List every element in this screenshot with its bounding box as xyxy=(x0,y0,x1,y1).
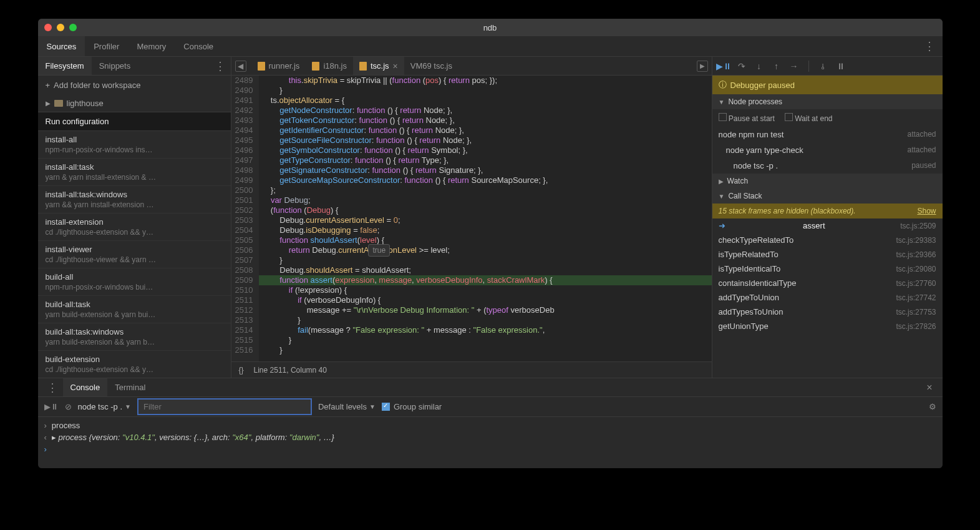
stack-frame[interactable]: addTypesToUniontsc.js:27753 xyxy=(712,305,943,319)
run-config-header: Run configuration xyxy=(38,112,231,131)
left-tab-filesystem[interactable]: Filesystem xyxy=(38,57,92,75)
debugger-paused-banner: ⓘ Debugger paused xyxy=(712,76,943,94)
config-item[interactable]: install-viewercd ./lighthouse-viewer && … xyxy=(38,241,231,268)
process-item[interactable]: node yarn type-checkattached xyxy=(712,142,943,158)
main-tabs-more-icon[interactable]: ⋮ xyxy=(916,39,943,53)
bottom-tabs-more-icon[interactable]: ⋮ xyxy=(42,381,63,395)
deactivate-breakpoints-icon[interactable]: ⫰ xyxy=(818,61,829,72)
left-tabs-more-icon[interactable]: ⋮ xyxy=(210,59,231,73)
editor-tab[interactable]: runner.js xyxy=(251,57,306,75)
bottom-tab-terminal[interactable]: Terminal xyxy=(107,378,153,396)
console-line: ‹▸ process {version: "v10.4.1", versions… xyxy=(44,433,936,442)
process-item[interactable]: node tsc -p .paused xyxy=(712,158,943,174)
log-levels-dropdown[interactable]: Default levels ▼ xyxy=(318,402,376,411)
bottom-tab-console[interactable]: Console xyxy=(63,378,108,396)
config-item[interactable]: build-all:taskyarn build-extension & yar… xyxy=(38,296,231,323)
console-sidebar-icon[interactable]: ▶⏸ xyxy=(44,402,59,411)
paused-text: Debugger paused xyxy=(730,81,795,90)
chevron-down-icon: ▼ xyxy=(719,193,725,200)
show-blackboxed-link[interactable]: Show xyxy=(917,207,936,215)
step-over-icon[interactable]: ↷ xyxy=(736,61,747,72)
info-icon: ⓘ xyxy=(719,79,727,91)
stack-frame[interactable]: addTypeToUniontsc.js:27742 xyxy=(712,290,943,305)
resume-icon[interactable]: ▶⏸ xyxy=(719,61,730,72)
clear-console-icon[interactable]: ⊘ xyxy=(65,402,72,411)
console-settings-icon[interactable]: ⚙ xyxy=(929,402,936,411)
config-item[interactable]: install-all:task:windowsyarn && yarn ins… xyxy=(38,186,231,213)
console-line: ›process xyxy=(44,421,936,430)
pause-at-start-checkbox[interactable]: Pause at start xyxy=(719,113,775,123)
left-tab-snippets[interactable]: Snippets xyxy=(92,57,138,75)
config-item[interactable]: build-allnpm-run-posix-or-windows bui… xyxy=(38,268,231,296)
main-tab-memory[interactable]: Memory xyxy=(128,36,175,56)
blackbox-banner: 15 stack frames are hidden (blackboxed).… xyxy=(712,204,943,218)
step-into-icon[interactable]: ↓ xyxy=(754,61,765,72)
editor-tab[interactable]: VM69 tsc.js xyxy=(404,57,458,75)
wait-at-end-checkbox[interactable]: Wait at end xyxy=(785,113,833,123)
cursor-position: Line 2511, Column 40 xyxy=(254,366,327,375)
process-item[interactable]: node npm run testattached xyxy=(712,127,943,142)
main-tabs: SourcesProfilerMemoryConsole ⋮ xyxy=(38,36,943,57)
watch-header[interactable]: ▶ Watch xyxy=(712,174,943,189)
main-tab-profiler[interactable]: Profiler xyxy=(85,36,128,56)
file-icon xyxy=(258,62,265,71)
context-selector[interactable]: node tsc -p . ▼ xyxy=(78,402,131,411)
config-item[interactable]: install-allnpm-run-posix-or-windows ins… xyxy=(38,131,231,159)
console-filter-input[interactable] xyxy=(137,398,312,415)
editor-tab[interactable]: tsc.js× xyxy=(353,57,404,75)
pause-exceptions-icon[interactable]: ⏸ xyxy=(835,61,847,72)
step-icon[interactable]: → xyxy=(788,61,800,72)
add-folder-label: Add folder to workspace xyxy=(54,81,140,90)
step-out-icon[interactable]: ↑ xyxy=(771,61,782,72)
tree-folder[interactable]: ▶ lighthouse xyxy=(38,95,231,112)
config-item[interactable]: build-extensioncd ./lighthouse-extension… xyxy=(38,351,231,378)
stack-frame[interactable]: asserttsc.js:2509 xyxy=(712,218,943,233)
stack-frame[interactable]: isTypeRelatedTotsc.js:29366 xyxy=(712,247,943,262)
stack-frame[interactable]: checkTypeRelatedTotsc.js:29383 xyxy=(712,233,943,247)
debug-controls: ▶⏸ ↷ ↓ ↑ → ⫰ ⏸ xyxy=(712,57,943,76)
folder-icon xyxy=(54,100,63,107)
titlebar: ndb xyxy=(38,19,943,36)
folder-label: lighthouse xyxy=(67,99,104,108)
stack-frame[interactable]: containsIdenticalTypetsc.js:27760 xyxy=(712,276,943,290)
console-prompt[interactable]: › xyxy=(44,444,936,454)
nav-more-icon[interactable]: ▶ xyxy=(697,61,708,72)
stack-frame[interactable]: getUnionTypetsc.js:27826 xyxy=(712,319,943,333)
chevron-right-icon: ▶ xyxy=(719,178,724,185)
config-item[interactable]: build-all:task:windowsyarn build-extensi… xyxy=(38,323,231,351)
stack-frame[interactable]: isTypeIdenticalTotsc.js:29080 xyxy=(712,262,943,276)
group-similar-checkbox[interactable]: Group similar xyxy=(382,402,442,411)
add-folder-button[interactable]: + Add folder to workspace xyxy=(38,76,231,95)
call-stack-header[interactable]: ▼ Call Stack xyxy=(712,189,943,204)
chevron-right-icon: ▶ xyxy=(46,100,51,107)
config-item[interactable]: install-extensioncd ./lighthouse-extensi… xyxy=(38,213,231,241)
chevron-down-icon: ▼ xyxy=(719,99,725,106)
close-icon[interactable]: × xyxy=(393,61,398,71)
main-tab-console[interactable]: Console xyxy=(175,36,222,56)
plus-icon: + xyxy=(46,81,51,90)
file-icon xyxy=(312,62,319,71)
close-drawer-icon[interactable]: × xyxy=(920,382,938,393)
editor-tab[interactable]: i18n.js xyxy=(306,57,353,75)
editor-status-bar: {} Line 2511, Column 40 xyxy=(231,361,712,378)
nav-prev-icon[interactable]: ◀ xyxy=(235,61,246,72)
file-icon xyxy=(359,62,367,71)
node-processes-header[interactable]: ▼ Node processes xyxy=(712,94,943,109)
brackets-icon[interactable]: {} xyxy=(239,366,244,375)
main-tab-sources[interactable]: Sources xyxy=(38,36,85,56)
window-title: ndb xyxy=(38,23,943,32)
config-item[interactable]: install-all:taskyarn & yarn install-exte… xyxy=(38,159,231,186)
